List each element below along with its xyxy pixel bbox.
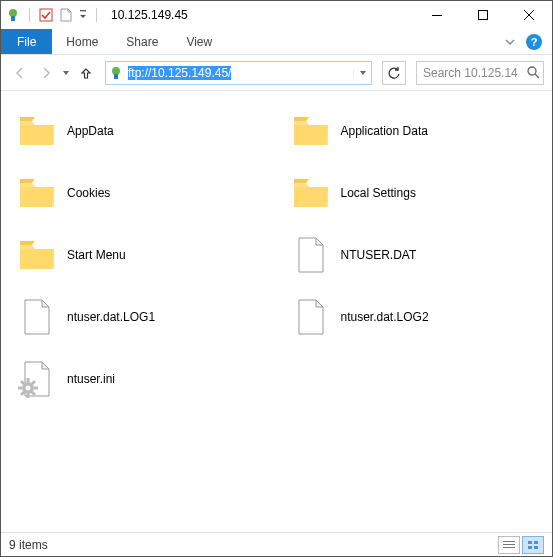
view-details-button[interactable]	[498, 536, 520, 554]
list-item[interactable]: ntuser.dat.LOG2	[291, 295, 545, 339]
svg-rect-19	[503, 541, 515, 542]
item-label: ntuser.ini	[67, 372, 115, 386]
item-label: ntuser.dat.LOG1	[67, 310, 155, 324]
svg-line-17	[21, 392, 24, 395]
list-item[interactable]: Start Menu	[17, 233, 271, 277]
maximize-button[interactable]	[460, 1, 506, 29]
svg-rect-5	[479, 11, 488, 20]
qat-checkbox-icon[interactable]	[38, 7, 54, 23]
back-button[interactable]	[9, 60, 31, 86]
minimize-button[interactable]	[414, 1, 460, 29]
tab-file[interactable]: File	[1, 29, 52, 54]
item-label: Start Menu	[67, 248, 126, 262]
folder-icon	[17, 111, 57, 151]
svg-rect-3	[80, 10, 86, 11]
refresh-button[interactable]	[382, 61, 406, 85]
svg-point-18	[26, 386, 31, 391]
svg-rect-21	[503, 547, 515, 548]
svg-rect-7	[114, 74, 118, 79]
window-title: 10.125.149.45	[105, 8, 414, 22]
forward-button[interactable]	[35, 60, 57, 86]
search-input[interactable]	[417, 66, 525, 80]
tab-view[interactable]: View	[172, 29, 226, 54]
item-label: Cookies	[67, 186, 110, 200]
svg-line-14	[21, 381, 24, 384]
svg-line-16	[32, 381, 35, 384]
list-item[interactable]: Application Data	[291, 109, 545, 153]
list-item[interactable]: NTUSER.DAT	[291, 233, 545, 277]
app-icon	[5, 7, 21, 23]
list-item[interactable]: Cookies	[17, 171, 271, 215]
svg-rect-25	[534, 546, 538, 549]
search-box[interactable]	[416, 61, 544, 85]
svg-rect-24	[528, 546, 532, 549]
svg-rect-20	[503, 544, 515, 545]
svg-rect-22	[528, 541, 532, 544]
close-button[interactable]	[506, 1, 552, 29]
svg-rect-1	[11, 16, 15, 21]
recent-dropdown[interactable]	[61, 69, 71, 77]
file-icon	[291, 297, 331, 337]
item-label: Local Settings	[341, 186, 416, 200]
file-icon	[291, 235, 331, 275]
svg-rect-4	[432, 15, 442, 16]
list-item[interactable]: ntuser.dat.LOG1	[17, 295, 271, 339]
search-icon	[525, 66, 543, 79]
status-bar: 9 items	[1, 532, 552, 556]
file-icon	[17, 297, 57, 337]
ribbon-tabs: File Home Share View ?	[1, 29, 552, 55]
folder-icon	[291, 173, 331, 213]
svg-rect-23	[534, 541, 538, 544]
address-bar[interactable]	[105, 61, 372, 85]
ini-file-icon	[17, 359, 57, 399]
svg-point-6	[112, 67, 120, 75]
qat-file-icon[interactable]	[58, 7, 74, 23]
item-label: AppData	[67, 124, 114, 138]
list-item[interactable]: AppData	[17, 109, 271, 153]
tab-share[interactable]: Share	[112, 29, 172, 54]
svg-point-8	[528, 67, 536, 75]
svg-point-0	[9, 9, 17, 17]
item-count: 9 items	[9, 538, 48, 552]
address-icon	[106, 66, 126, 80]
svg-rect-2	[40, 9, 52, 21]
item-label: ntuser.dat.LOG2	[341, 310, 429, 324]
item-label: NTUSER.DAT	[341, 248, 417, 262]
list-item[interactable]: Local Settings	[291, 171, 545, 215]
content-area: AppDataApplication DataCookiesLocal Sett…	[1, 91, 552, 532]
item-label: Application Data	[341, 124, 428, 138]
folder-icon	[291, 111, 331, 151]
title-bar: 10.125.149.45	[1, 1, 552, 29]
address-input[interactable]	[126, 62, 353, 84]
qat-dropdown-icon[interactable]	[78, 7, 88, 23]
address-dropdown-icon[interactable]	[353, 69, 371, 77]
folder-icon	[17, 173, 57, 213]
list-item[interactable]: ntuser.ini	[17, 357, 271, 401]
nav-bar	[1, 55, 552, 91]
svg-line-15	[32, 392, 35, 395]
view-icons-button[interactable]	[522, 536, 544, 554]
tab-home[interactable]: Home	[52, 29, 112, 54]
ribbon-collapse-icon[interactable]	[502, 34, 518, 50]
help-button[interactable]: ?	[526, 34, 542, 50]
up-button[interactable]	[75, 60, 97, 86]
folder-icon	[17, 235, 57, 275]
